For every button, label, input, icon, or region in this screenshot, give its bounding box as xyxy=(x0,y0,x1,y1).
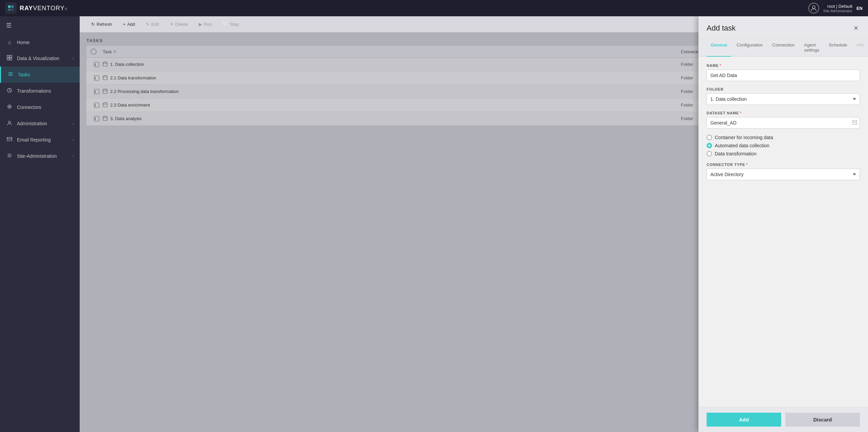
chevron-icon: ‹ xyxy=(72,56,74,60)
tab-general[interactable]: General xyxy=(707,39,731,57)
task-folder-icon xyxy=(103,61,107,68)
sidebar-item-site-administration[interactable]: Site-Administration ‹ xyxy=(0,148,80,164)
email-reporting-icon xyxy=(6,136,13,143)
name-label: NAME * xyxy=(707,63,860,68)
panel-footer: Add Discard xyxy=(698,407,868,432)
row-task-name: 2.2 Processing data transformation xyxy=(103,88,681,95)
sidebar: ☰ ⌂ Home Data & Visualization ‹ xyxy=(0,16,80,432)
tab-connection[interactable]: Connection xyxy=(768,39,799,57)
refresh-label: Refresh xyxy=(97,22,112,27)
transformations-icon xyxy=(6,88,13,94)
chevron-icon: ‹ xyxy=(72,138,74,142)
row-check[interactable] xyxy=(91,61,103,68)
tab-configuration[interactable]: Configuration xyxy=(732,39,767,57)
sidebar-item-administration[interactable]: Administration ‹ xyxy=(0,115,80,132)
task-column-label: Task xyxy=(103,49,112,54)
user-role: Site Administrator xyxy=(823,9,852,13)
add-icon: + xyxy=(123,22,126,27)
row-check[interactable] xyxy=(91,116,103,122)
panel-body: NAME * FOLDER 1. Data collection 2.1 Dat… xyxy=(698,57,868,407)
connector-type-label: CONNECTOR TYPE * xyxy=(707,163,860,167)
radio-empty-icon xyxy=(707,151,712,156)
svg-rect-27 xyxy=(103,76,107,80)
sidebar-item-transformations[interactable]: Transformations xyxy=(0,83,80,99)
user-avatar[interactable] xyxy=(808,3,819,14)
add-button[interactable]: + Add xyxy=(118,20,140,29)
stop-label: Stop xyxy=(230,22,239,27)
app-logo-text: RAYVENTORY® xyxy=(20,5,67,12)
user-name: root | Default xyxy=(823,4,852,9)
add-task-button[interactable]: Add xyxy=(707,413,781,427)
delete-icon: ✕ xyxy=(170,22,174,27)
row-check[interactable] xyxy=(91,75,103,81)
home-icon: ⌂ xyxy=(6,39,13,45)
sidebar-item-label: Connectors xyxy=(17,105,41,110)
sidebar-item-label: Administration xyxy=(17,121,47,126)
sidebar-item-label: Home xyxy=(17,40,29,45)
add-label: Add xyxy=(127,22,135,27)
sidebar-item-connectors[interactable]: Connectors xyxy=(0,99,80,115)
stop-button[interactable]: ⬜ Stop xyxy=(218,20,244,29)
radio-transformation[interactable]: Data transformation xyxy=(707,151,860,156)
discard-button[interactable]: Discard xyxy=(785,413,860,427)
hamburger-menu[interactable]: ☰ xyxy=(0,16,80,35)
chevron-icon: ‹ xyxy=(72,154,74,158)
language-selector[interactable]: EN xyxy=(856,6,863,11)
edit-button[interactable]: ✎ Edit xyxy=(141,20,163,29)
svg-rect-1 xyxy=(11,5,14,8)
radio-dot-inner xyxy=(708,145,710,147)
row-check[interactable] xyxy=(91,102,103,108)
run-button[interactable]: ▶ Run xyxy=(194,20,217,29)
sidebar-item-tasks[interactable]: Tasks xyxy=(0,67,80,83)
connector-type-select[interactable]: Active Directory File System SQL Databas… xyxy=(707,169,860,180)
row-check[interactable] xyxy=(91,89,103,95)
sidebar-item-home[interactable]: ⌂ Home xyxy=(0,35,80,50)
row-task-name: 3. Data analysis xyxy=(103,115,681,122)
dataset-name-input-wrapper xyxy=(707,117,860,129)
tab-info: Info xyxy=(853,39,868,57)
svg-rect-15 xyxy=(7,137,12,141)
radio-options: Container for incoming data Automated da… xyxy=(707,135,860,156)
task-column-header[interactable]: Task ⬍ xyxy=(103,49,681,54)
dataset-name-label: DATASET NAME * xyxy=(707,111,860,115)
dataset-name-input[interactable] xyxy=(707,117,860,129)
svg-point-14 xyxy=(8,121,11,123)
required-marker: * xyxy=(746,163,748,167)
topbar-left: RAYVENTORY® xyxy=(5,3,67,14)
edit-label: Edit xyxy=(151,22,159,27)
administration-icon xyxy=(6,120,13,127)
svg-rect-3 xyxy=(11,8,14,11)
sidebar-item-data-visualization[interactable]: Data & Visualization ‹ xyxy=(0,50,80,67)
sidebar-item-label: Email Reporting xyxy=(17,137,51,143)
dataset-name-field-group: DATASET NAME * xyxy=(707,111,860,129)
svg-rect-8 xyxy=(10,58,12,60)
svg-rect-17 xyxy=(94,62,99,67)
svg-rect-5 xyxy=(7,55,9,57)
radio-automated[interactable]: Automated data collection xyxy=(707,143,860,148)
panel-title: Add task xyxy=(707,24,736,33)
svg-rect-24 xyxy=(94,76,99,80)
refresh-button[interactable]: ↻ Refresh xyxy=(86,20,117,29)
radio-container[interactable]: Container for incoming data xyxy=(707,135,860,140)
svg-point-16 xyxy=(8,154,11,156)
delete-label: Delete xyxy=(175,22,188,27)
folder-select[interactable]: 1. Data collection 2.1 Data transformati… xyxy=(707,93,860,105)
row-task-name: 1. Data collection xyxy=(103,61,681,68)
chevron-icon: ‹ xyxy=(72,121,74,126)
main-layout: ☰ ⌂ Home Data & Visualization ‹ xyxy=(0,16,868,432)
row-task-name: 2.3 Data enrichment xyxy=(103,102,681,108)
folder-field-group: FOLDER 1. Data collection 2.1 Data trans… xyxy=(707,87,860,105)
svg-rect-31 xyxy=(94,89,99,94)
name-input[interactable] xyxy=(707,70,860,81)
radio-empty-icon xyxy=(707,135,712,140)
tab-agent-settings[interactable]: Agent settings xyxy=(800,39,824,57)
tab-schedule[interactable]: Schedule xyxy=(825,39,851,57)
svg-rect-38 xyxy=(94,103,99,108)
panel-close-button[interactable]: ✕ xyxy=(852,23,860,33)
tasks-icon xyxy=(7,71,14,78)
data-visualization-icon xyxy=(6,55,13,62)
sidebar-item-label: Tasks xyxy=(18,72,30,77)
sidebar-item-label: Data & Visualization xyxy=(17,56,59,61)
delete-button[interactable]: ✕ Delete xyxy=(165,20,193,29)
sidebar-item-email-reporting[interactable]: Email Reporting ‹ xyxy=(0,132,80,148)
